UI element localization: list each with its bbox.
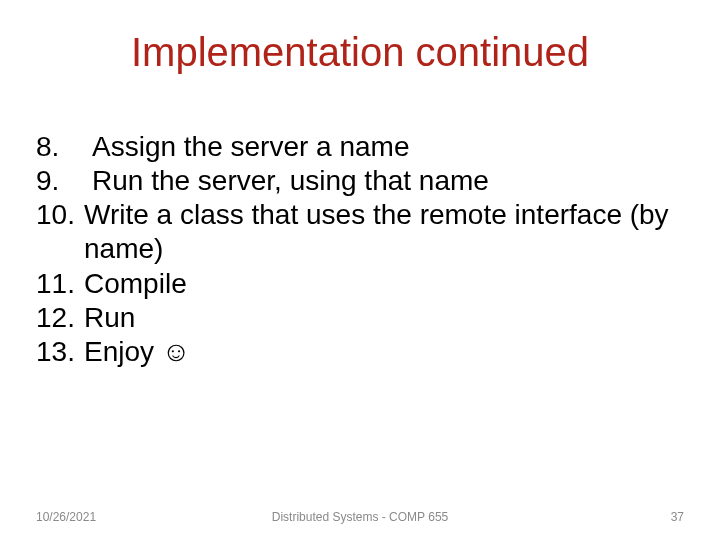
ordered-list: 8.Assign the server a name9.Run the serv… [36, 130, 684, 369]
footer: 10/26/2021 Distributed Systems - COMP 65… [0, 504, 720, 524]
list-item-text: Assign the server a name [92, 130, 684, 164]
list-item: 8.Assign the server a name [36, 130, 684, 164]
footer-page-number: 37 [671, 510, 684, 524]
list-item: 12.Run [36, 301, 684, 335]
list-item: 13.Enjoy ☺ [36, 335, 684, 369]
list-item-number: 11. [36, 267, 84, 301]
slide: Implementation continued 8.Assign the se… [0, 0, 720, 540]
list-item-number: 9. [36, 164, 92, 198]
list-item: 11.Compile [36, 267, 684, 301]
list-item: 9.Run the server, using that name [36, 164, 684, 198]
list-item-text: Run the server, using that name [92, 164, 684, 198]
slide-title: Implementation continued [0, 30, 720, 75]
list-item-number: 10. [36, 198, 84, 232]
list-item-number: 8. [36, 130, 92, 164]
list-item-text: Compile [84, 267, 684, 301]
list-item-text: Enjoy ☺ [84, 335, 684, 369]
list-item-number: 13. [36, 335, 84, 369]
list-item: 10.Write a class that uses the remote in… [36, 198, 684, 266]
list-item-text: Run [84, 301, 684, 335]
footer-center: Distributed Systems - COMP 655 [0, 510, 720, 524]
list-item-text: Write a class that uses the remote inter… [84, 198, 684, 266]
list-item-number: 12. [36, 301, 84, 335]
